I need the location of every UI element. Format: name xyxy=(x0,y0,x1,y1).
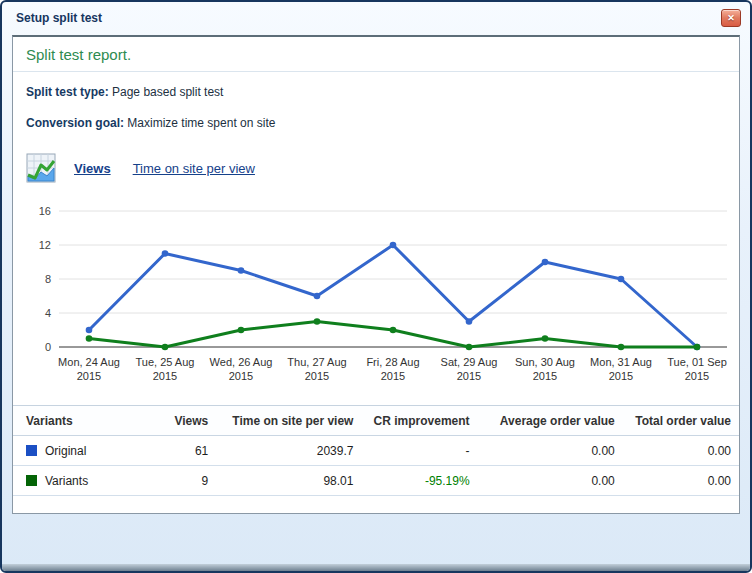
original-total-order-value: 0.00 xyxy=(623,436,739,466)
svg-text:2015: 2015 xyxy=(229,370,253,382)
svg-text:Wed, 26 Aug: Wed, 26 Aug xyxy=(210,356,273,368)
svg-text:Tue, 25 Aug: Tue, 25 Aug xyxy=(136,356,195,368)
tab-time-on-site-per-view[interactable]: Time on site per view xyxy=(133,161,255,176)
col-cr-improvement: CR improvement xyxy=(361,406,477,436)
svg-text:2015: 2015 xyxy=(685,370,709,382)
col-variants: Variants xyxy=(13,406,151,436)
col-views: Views xyxy=(151,406,216,436)
svg-text:Mon, 24 Aug: Mon, 24 Aug xyxy=(58,356,120,368)
original-avg-order-value: 0.00 xyxy=(478,436,623,466)
variants-avg-order-value: 0.00 xyxy=(478,466,623,496)
variants-cr-improvement: -95.19% xyxy=(361,466,477,496)
variants-total-order-value: 0.00 xyxy=(623,466,739,496)
original-time-on-site: 2039.7 xyxy=(216,436,361,466)
svg-text:Tue, 01 Sep: Tue, 01 Sep xyxy=(667,356,727,368)
table-row-variants: Variants 9 98.01 -95.19% 0.00 0.00 xyxy=(13,466,739,496)
conversion-goal-value: Maximize time spent on site xyxy=(124,116,275,130)
svg-text:2015: 2015 xyxy=(457,370,481,382)
variants-legend-swatch xyxy=(26,475,37,486)
svg-text:2015: 2015 xyxy=(77,370,101,382)
tab-views[interactable]: Views xyxy=(74,161,111,176)
chart-tabs-row: Views Time on site per view xyxy=(13,151,739,189)
original-legend-swatch xyxy=(26,445,37,456)
svg-text:Fri, 28 Aug: Fri, 28 Aug xyxy=(366,356,419,368)
table-header-row: Variants Views Time on site per view CR … xyxy=(13,406,739,436)
svg-text:2015: 2015 xyxy=(609,370,633,382)
conversion-goal-label: Conversion goal: xyxy=(26,116,124,130)
svg-text:4: 4 xyxy=(45,307,51,319)
split-test-chart: 0481216Mon, 24 Aug2015Tue, 25 Aug2015Wed… xyxy=(13,197,739,401)
svg-text:8: 8 xyxy=(45,273,51,285)
variants-time-on-site: 98.01 xyxy=(216,466,361,496)
report-panel: Split test report. Split test type: Page… xyxy=(12,35,740,514)
svg-text:Thu, 27 Aug: Thu, 27 Aug xyxy=(287,356,346,368)
original-cr-improvement: - xyxy=(361,436,477,466)
close-icon: ✕ xyxy=(727,13,735,23)
report-info: Split test type: Page based split test C… xyxy=(13,72,739,151)
svg-text:Sat, 29 Aug: Sat, 29 Aug xyxy=(441,356,498,368)
svg-text:Sun, 30 Aug: Sun, 30 Aug xyxy=(515,356,575,368)
svg-text:Mon, 31 Aug: Mon, 31 Aug xyxy=(590,356,652,368)
original-views: 61 xyxy=(151,436,216,466)
svg-text:2015: 2015 xyxy=(381,370,405,382)
col-total-order-value: Total order value xyxy=(623,406,739,436)
line-chart: 0481216Mon, 24 Aug2015Tue, 25 Aug2015Wed… xyxy=(13,197,743,397)
col-time-on-site: Time on site per view xyxy=(216,406,361,436)
svg-text:12: 12 xyxy=(39,239,51,251)
split-test-type-line: Split test type: Page based split test xyxy=(26,85,726,99)
variants-views: 9 xyxy=(151,466,216,496)
table-row-original: Original 61 2039.7 - 0.00 0.00 xyxy=(13,436,739,466)
setup-split-test-window: Setup split test ✕ Split test report. Sp… xyxy=(0,0,752,573)
svg-text:2015: 2015 xyxy=(153,370,177,382)
conversion-goal-line: Conversion goal: Maximize time spent on … xyxy=(26,116,726,130)
chart-icon xyxy=(26,153,56,183)
svg-text:2015: 2015 xyxy=(533,370,557,382)
variants-table: Variants Views Time on site per view CR … xyxy=(13,405,739,496)
close-button[interactable]: ✕ xyxy=(721,9,741,27)
report-heading: Split test report. xyxy=(13,37,739,72)
variant-name: Original xyxy=(45,444,86,458)
col-avg-order-value: Average order value xyxy=(478,406,623,436)
svg-text:2015: 2015 xyxy=(305,370,329,382)
window-title: Setup split test xyxy=(16,11,102,25)
svg-text:16: 16 xyxy=(39,205,51,217)
window-bottom-edge xyxy=(2,564,750,571)
svg-text:0: 0 xyxy=(45,341,51,353)
split-test-type-label: Split test type: xyxy=(26,85,109,99)
split-test-type-value: Page based split test xyxy=(109,85,224,99)
titlebar: Setup split test xyxy=(2,2,750,35)
variant-name: Variants xyxy=(45,474,88,488)
